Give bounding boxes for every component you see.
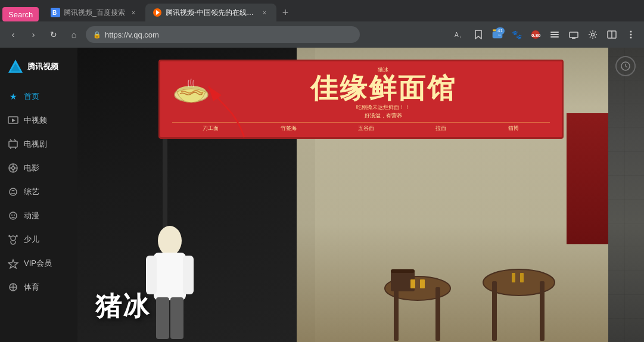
sidebar-label-home: 首页 — [24, 91, 39, 102]
wallet-badge: 41 — [496, 27, 505, 35]
more-options-icon[interactable] — [623, 26, 639, 43]
variety-icon — [7, 186, 19, 198]
menu-item-2: 五谷面 — [358, 125, 374, 132]
anime-icon — [7, 210, 19, 222]
midvideo-icon — [7, 114, 19, 126]
svg-point-39 — [10, 188, 17, 195]
svg-point-42 — [14, 214, 15, 216]
search-button[interactable]: Search — [2, 7, 39, 21]
svg-line-70 — [626, 66, 627, 67]
sidebar-label-midvideo: 中视频 — [24, 115, 47, 126]
menu-item-1: 竹签海 — [281, 125, 297, 132]
logo-area: 腾讯视频 — [0, 54, 66, 85]
svg-text:0.80: 0.80 — [531, 33, 541, 38]
svg-rect-63 — [540, 281, 545, 341]
video-scene: 猫冰 佳缘鲜面馆 吃刚搡未达烂鲜面！！ 好汤湓，有营养 刀工面 竹签海 五谷面 … — [77, 48, 644, 342]
sidebar-label-anime: 动漫 — [24, 210, 39, 221]
sports-icon — [7, 281, 19, 293]
sidebar-item-anime[interactable]: 动漫 — [0, 204, 77, 228]
tab-close-baidu[interactable]: × — [129, 8, 138, 17]
svg-rect-65 — [420, 279, 425, 288]
sidebar-label-variety: 综艺 — [24, 186, 39, 197]
kids-icon — [7, 234, 19, 245]
svg-rect-16 — [570, 32, 578, 38]
svg-rect-17 — [572, 38, 575, 39]
svg-point-41 — [11, 214, 13, 216]
sidebar-label-sports: 体育 — [24, 282, 39, 293]
tab-title-tencent: 腾讯视频-中国领先的在线视频媒... — [166, 8, 256, 18]
tab-title-baidu: 腾讯视频_百度搜索 — [64, 8, 125, 18]
movie-icon — [7, 162, 19, 174]
tvshow-icon — [7, 138, 19, 150]
tab-tencent-active[interactable]: 腾讯视频-中国领先的在线视频媒... × — [145, 4, 276, 21]
svg-rect-60 — [391, 269, 415, 273]
forward-button[interactable]: › — [25, 26, 42, 43]
svg-rect-57 — [394, 287, 399, 341]
sidebar-item-kids[interactable]: 少儿 — [0, 228, 77, 251]
restaurant-banner: 猫冰 佳缘鲜面馆 吃刚搡未达烂鲜面！！ 好汤湓，有营养 刀工面 竹签海 五谷面 … — [158, 60, 564, 139]
menu-item-4: 猫博 — [508, 125, 519, 132]
menu-item-0: 刀工面 — [203, 125, 219, 132]
tencent-logo-icon — [7, 58, 24, 75]
banner-desc: 吃刚搡未达烂鲜面！！ — [217, 104, 550, 111]
sidebar-item-variety[interactable]: 综艺 — [0, 180, 77, 204]
video-background: 猫冰 佳缘鲜面馆 吃刚搡未达烂鲜面！！ 好汤湓，有营养 刀工面 竹签海 五谷面 … — [77, 48, 644, 342]
svg-point-21 — [630, 31, 632, 33]
settings-icon[interactable] — [584, 26, 601, 43]
tab-baidu[interactable]: B 腾讯视频_百度搜索 × — [43, 4, 145, 21]
main-content: 猫冰 佳缘鲜面馆 吃刚搡未达烂鲜面！！ 好汤湓，有营养 刀工面 竹签海 五谷面 … — [77, 48, 644, 342]
sidebar-item-tvshow[interactable]: 电视剧 — [0, 132, 77, 156]
sidebar-item-sports[interactable]: 体育 — [0, 275, 77, 299]
url-bar[interactable]: 🔒 https://v.qq.com — [86, 26, 360, 43]
text-resize-icon[interactable]: A ↕ — [451, 26, 468, 43]
sidebar-label-movie: 电影 — [24, 163, 39, 173]
svg-rect-64 — [410, 279, 415, 288]
sidebar-item-midvideo[interactable]: 中视频 — [0, 108, 77, 132]
title-overlay: 猪冰 — [95, 289, 150, 324]
svg-rect-28 — [9, 141, 17, 147]
svg-point-23 — [630, 37, 632, 39]
svg-rect-13 — [550, 32, 559, 33]
extension-lines-icon[interactable] — [546, 26, 563, 43]
toolbar-right: A ↕ 💳 41 🐾 — [451, 26, 639, 43]
furniture-area — [358, 247, 596, 342]
tab-favicon-baidu: B — [51, 8, 60, 17]
banner-main-text: 佳缘鲜面馆 — [217, 75, 550, 102]
menu-item-3: 拉面 — [435, 125, 446, 132]
sidebar-label-vip: VIP会员 — [24, 258, 52, 269]
refresh-button[interactable]: ↻ — [45, 26, 62, 43]
back-button[interactable]: ‹ — [5, 26, 21, 43]
show-title: 猪冰 — [95, 289, 150, 324]
split-screen-icon[interactable] — [603, 26, 620, 43]
svg-rect-67 — [520, 273, 524, 282]
bowl-illustration — [172, 74, 211, 112]
extension-tv-icon[interactable] — [565, 26, 582, 43]
svg-text:B: B — [52, 10, 57, 16]
wallet-icon[interactable]: 💳 41 — [489, 26, 506, 43]
bookmark-icon[interactable] — [470, 26, 487, 43]
svg-text:A: A — [455, 32, 459, 38]
sidebar-label-kids: 少儿 — [24, 234, 39, 245]
address-bar: ‹ › ↻ ⌂ 🔒 https://v.qq.com A ↕ — [0, 21, 644, 48]
home-button[interactable]: ⌂ — [66, 26, 82, 43]
banner-tagline: 好汤湓，有营养 — [217, 112, 550, 120]
svg-rect-15 — [550, 36, 559, 38]
svg-rect-66 — [512, 273, 515, 282]
url-text: https://v.qq.com — [105, 30, 159, 39]
sidebar-item-vip[interactable]: VIP会员 — [0, 251, 77, 275]
tab-close-tencent[interactable]: × — [260, 8, 269, 17]
extension-paw-icon[interactable]: 🐾 — [508, 26, 525, 43]
sidebar-item-movie[interactable]: 电影 — [0, 156, 77, 180]
vip-icon — [7, 257, 19, 269]
sidebar-item-home[interactable]: ★ 首页 — [0, 85, 77, 108]
svg-point-22 — [630, 34, 632, 36]
tab-favicon-tencent — [153, 8, 162, 17]
new-tab-button[interactable]: + — [276, 4, 294, 21]
extension-circle-icon[interactable]: 0.80 — [527, 26, 544, 43]
svg-marker-27 — [12, 119, 15, 122]
banner-menu-row: 刀工面 竹签海 五谷面 拉面 猫博 — [172, 122, 550, 132]
tab-bar: Search B 腾讯视频_百度搜索 × 腾讯视频-中国领先的在线视频媒... … — [0, 0, 644, 21]
svg-point-50 — [158, 226, 182, 256]
clock-icon[interactable] — [615, 56, 636, 76]
svg-text:↕: ↕ — [459, 35, 462, 39]
